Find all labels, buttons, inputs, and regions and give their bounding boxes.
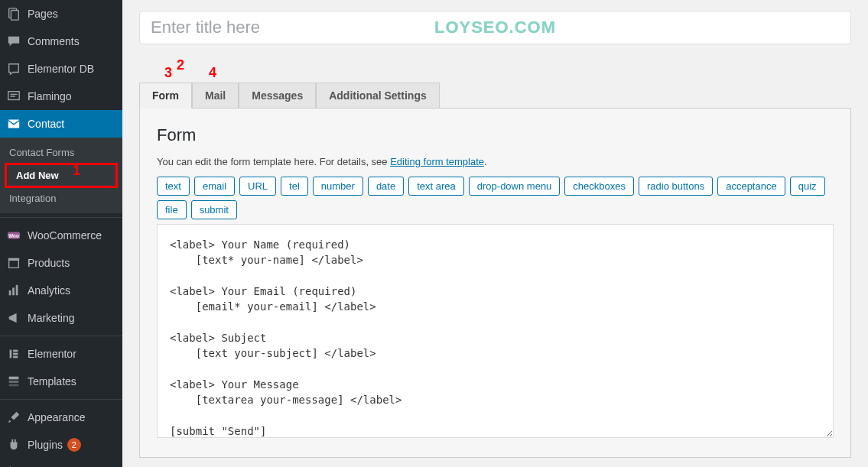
sidebar-item-label: Plugins bbox=[28, 439, 63, 451]
form-template-textarea[interactable] bbox=[157, 224, 834, 438]
contact-submenu: Contact Forms Add New Integration bbox=[0, 138, 122, 213]
svg-rect-9 bbox=[10, 350, 12, 358]
sidebar-item-label: Elementor DB bbox=[28, 63, 94, 75]
sidebar-item-label: Analytics bbox=[28, 284, 70, 297]
svg-rect-1 bbox=[11, 11, 18, 21]
sidebar-item-products[interactable]: Products bbox=[0, 249, 122, 277]
sidebar-item-woocommerce[interactable]: Woo WooCommerce bbox=[0, 222, 122, 249]
sidebar-item-pages[interactable]: Pages bbox=[0, 0, 122, 28]
editing-form-template-link[interactable]: Editing form template bbox=[390, 156, 484, 167]
svg-rect-3 bbox=[8, 120, 19, 128]
tag-btn-text-area[interactable]: text area bbox=[408, 177, 464, 196]
sidebar-item-snippets[interactable]: Snippets bbox=[0, 459, 122, 467]
tag-btn-file[interactable]: file bbox=[157, 200, 187, 219]
sidebar-item-label: Pages bbox=[28, 8, 58, 20]
menu-separator bbox=[0, 336, 122, 336]
panel-help-text: You can edit the form template here. For… bbox=[157, 156, 834, 167]
archive-icon bbox=[6, 255, 21, 271]
submenu-item-integration[interactable]: Integration bbox=[0, 188, 122, 209]
tag-btn-drop-down-menu[interactable]: drop-down menu bbox=[469, 177, 561, 196]
tag-btn-number[interactable]: number bbox=[313, 177, 363, 196]
tag-btn-URL[interactable]: URL bbox=[239, 177, 276, 196]
sidebar-item-label: Marketing bbox=[28, 312, 74, 324]
svg-rect-15 bbox=[9, 384, 19, 387]
help-pre: You can edit the form template here. For… bbox=[157, 156, 390, 167]
posts-icon bbox=[6, 61, 21, 76]
tag-btn-submit[interactable]: submit bbox=[191, 200, 237, 219]
feedback-icon bbox=[6, 89, 21, 104]
comment-icon bbox=[6, 34, 21, 49]
brush-icon bbox=[6, 410, 21, 425]
sidebar-item-templates[interactable]: Templates bbox=[0, 368, 122, 395]
submenu-item-add-new[interactable]: Add New bbox=[5, 163, 118, 188]
sidebar-item-elementor-db[interactable]: Elementor DB bbox=[0, 55, 122, 83]
svg-rect-6 bbox=[9, 290, 11, 295]
tag-btn-text[interactable]: text bbox=[157, 177, 190, 196]
svg-text:Woo: Woo bbox=[8, 233, 19, 238]
elementor-icon bbox=[6, 346, 21, 362]
tag-btn-tel[interactable]: tel bbox=[281, 177, 308, 196]
menu-separator bbox=[0, 217, 122, 218]
sidebar-item-marketing[interactable]: Marketing bbox=[0, 304, 122, 332]
pages-icon bbox=[6, 6, 21, 21]
woocommerce-icon: Woo bbox=[6, 228, 21, 243]
svg-rect-10 bbox=[13, 350, 18, 352]
annotation-2: 2 bbox=[177, 57, 184, 73]
svg-rect-12 bbox=[13, 356, 18, 358]
sidebar-item-appearance[interactable]: Appearance bbox=[0, 404, 122, 431]
form-panel: Form You can edit the form template here… bbox=[139, 108, 851, 458]
main-content: LOYSEO.COM Form Mail Messages Additional… bbox=[122, 0, 868, 467]
sidebar-item-analytics[interactable]: Analytics bbox=[0, 277, 122, 304]
megaphone-icon bbox=[6, 310, 21, 326]
annotation-4: 4 bbox=[209, 65, 216, 81]
tag-btn-radio-buttons[interactable]: radio buttons bbox=[639, 177, 713, 196]
svg-rect-13 bbox=[9, 377, 19, 380]
sidebar-item-plugins[interactable]: Plugins 2 bbox=[0, 431, 122, 459]
svg-rect-11 bbox=[13, 353, 18, 355]
tag-btn-date[interactable]: date bbox=[368, 177, 404, 196]
sidebar-item-elementor[interactable]: Elementor bbox=[0, 340, 122, 368]
panel-heading: Form bbox=[157, 125, 834, 145]
svg-rect-8 bbox=[16, 285, 18, 296]
svg-rect-7 bbox=[12, 287, 15, 295]
svg-rect-2 bbox=[8, 92, 19, 100]
sidebar-item-label: Flamingo bbox=[28, 90, 72, 102]
templates-icon bbox=[6, 374, 21, 389]
chart-bar-icon bbox=[6, 283, 21, 298]
menu-separator bbox=[0, 399, 122, 400]
sidebar-item-contact[interactable]: Contact bbox=[0, 110, 122, 138]
tag-btn-acceptance[interactable]: acceptance bbox=[717, 177, 785, 196]
sidebar-item-label: Contact bbox=[28, 118, 64, 130]
tag-btn-email[interactable]: email bbox=[194, 177, 235, 196]
form-title-input[interactable] bbox=[139, 11, 851, 44]
sidebar-item-comments[interactable]: Comments bbox=[0, 28, 122, 55]
sidebar-item-label: Comments bbox=[28, 35, 80, 47]
sidebar-item-label: Appearance bbox=[28, 411, 86, 423]
sidebar-item-label: WooCommerce bbox=[28, 229, 102, 242]
help-post: . bbox=[484, 156, 487, 167]
tab-form[interactable]: Form bbox=[139, 83, 192, 109]
tag-generator-row: textemailURLtelnumberdatetext areadrop-d… bbox=[157, 177, 834, 219]
tab-additional-settings[interactable]: Additional Settings bbox=[316, 83, 440, 109]
plugins-update-badge: 2 bbox=[67, 438, 81, 452]
submenu-item-contact-forms[interactable]: Contact Forms bbox=[0, 142, 122, 163]
svg-rect-14 bbox=[9, 381, 19, 383]
tag-btn-checkboxes[interactable]: checkboxes bbox=[564, 177, 634, 196]
plug-icon bbox=[6, 437, 21, 452]
admin-sidebar: Pages Comments Elementor DB Flamingo Con… bbox=[0, 0, 122, 467]
tab-messages[interactable]: Messages bbox=[239, 83, 316, 109]
sidebar-item-label: Elementor bbox=[28, 348, 76, 360]
sidebar-item-label: Products bbox=[28, 257, 70, 269]
editor-tabs: Form Mail Messages Additional Settings bbox=[139, 83, 851, 109]
mail-icon bbox=[6, 116, 21, 131]
sidebar-item-flamingo[interactable]: Flamingo bbox=[0, 83, 122, 110]
tab-mail[interactable]: Mail bbox=[192, 83, 239, 109]
annotation-3: 3 bbox=[164, 65, 172, 81]
sidebar-item-label: Templates bbox=[28, 375, 76, 388]
tag-btn-quiz[interactable]: quiz bbox=[790, 177, 825, 196]
